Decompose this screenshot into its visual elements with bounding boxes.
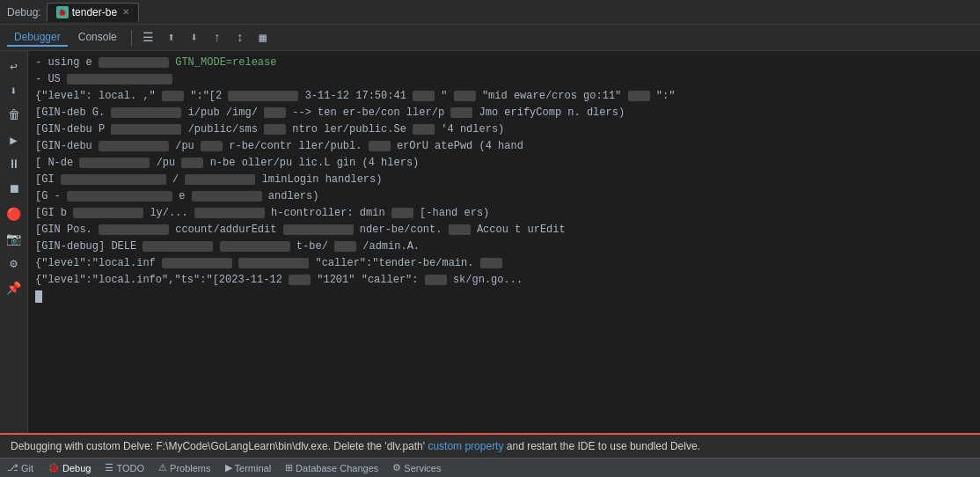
toolbar-frames-btn[interactable]: ▦ [253, 28, 273, 48]
sidebar-resume-icon[interactable]: ↩ [4, 55, 25, 77]
console-line: [G - e andlers) [35, 188, 973, 204]
sidebar-stop2-icon[interactable]: ⏹ [4, 179, 25, 200]
status-problems[interactable]: ⚠ Problems [158, 462, 210, 473]
todo-icon: ☰ [105, 462, 113, 473]
terminal-icon: ▶ [225, 462, 232, 473]
toolbar-menu-btn[interactable]: ☰ [139, 28, 158, 48]
console-line: {"level":"local.info","ts":"[2023-11-12 … [35, 272, 973, 288]
top-tab-bar: Debug: 🐞 tender-be ✕ [0, 0, 980, 25]
console-output[interactable]: - using e GTN_MODE=release - US {"level"… [28, 51, 980, 433]
console-tab[interactable]: Console [71, 29, 124, 47]
console-line: [GIN Pos. ccount/addurEdit nder-be/cont.… [35, 222, 973, 238]
toolbar-step-out-btn[interactable]: ↑ [208, 28, 227, 48]
sidebar-step-over-icon[interactable]: ⬇ [4, 80, 25, 101]
notification-link[interactable]: custom property [428, 440, 503, 452]
cursor [35, 290, 42, 303]
status-services-label: Services [404, 463, 441, 473]
debugger-tab[interactable]: Debugger [7, 29, 68, 47]
notification-text-before: Debugging with custom Delve: F:\MyCode\G… [11, 440, 425, 452]
tab-close-button[interactable]: ✕ [122, 7, 129, 17]
console-line: [GIN-debu /pu r-be/contr ller/publ. erOr… [35, 138, 973, 154]
console-line: [ N-de /pu n-be oller/pu lic.L gin (4 hl… [35, 155, 973, 171]
debug-status-icon: 🐞 [48, 462, 60, 473]
notification-text-after: and restart the IDE to use bundled Delve… [507, 440, 700, 452]
status-problems-label: Problems [170, 463, 210, 473]
status-debug[interactable]: 🐞 Debug [48, 462, 91, 473]
sidebar-stop-icon[interactable]: 🗑 [4, 105, 25, 126]
toolbar-resume-btn[interactable]: ↕ [230, 28, 250, 48]
database-icon: ⊞ [285, 462, 293, 473]
sidebar-pause-icon[interactable]: ⏸ [4, 154, 25, 175]
console-line: [GI / lminLogin handlers) [35, 172, 973, 187]
toolbar-separator [131, 30, 132, 46]
console-line: [GIN-deb G. i/pub /img/ --> ten er-be/co… [35, 105, 973, 121]
status-git-label: Git [21, 463, 33, 473]
console-line: [GI b ly/... h-controller: dmin [-hand e… [35, 205, 973, 221]
notification-bar: Debugging with custom Delve: F:\MyCode\G… [0, 433, 980, 458]
status-database-label: Database Changes [296, 463, 378, 473]
debug-label: Debug: [7, 6, 41, 18]
toolbar-step-over-btn[interactable]: ⬆ [162, 28, 181, 48]
sidebar-settings-icon[interactable]: ⚙ [4, 253, 25, 274]
status-debug-label: Debug [62, 463, 91, 473]
status-services[interactable]: ⚙ Services [392, 462, 441, 473]
toolbar-step-into-btn[interactable]: ⬇ [185, 28, 204, 48]
tab-icon: 🐞 [56, 6, 69, 18]
problems-icon: ⚠ [158, 462, 167, 473]
sidebar-pin-icon[interactable]: 📌 [4, 277, 25, 298]
debugger-toolbar: Debugger Console ☰ ⬆ ⬇ ↑ ↕ ▦ [0, 25, 980, 51]
sidebar-camera-icon[interactable]: 📷 [4, 228, 25, 249]
sidebar-breakpoint-icon[interactable]: 🔴 [4, 203, 25, 224]
status-todo[interactable]: ☰ TODO [105, 462, 144, 473]
console-line: - using e GTN_MODE=release [35, 55, 973, 70]
services-icon: ⚙ [392, 462, 401, 473]
console-line: [GIN-debu P /public/sms ntro ler/public.… [35, 121, 973, 137]
status-todo-label: TODO [116, 463, 144, 473]
status-terminal[interactable]: ▶ Terminal [225, 462, 272, 473]
console-input-line[interactable] [35, 290, 973, 303]
tab-label: tender-be [72, 6, 117, 18]
status-git[interactable]: ⎇ Git [7, 462, 33, 473]
console-line: {"level": local. ," ":"[2 3-11-12 17:50:… [35, 88, 973, 104]
active-tab[interactable]: 🐞 tender-be ✕ [47, 3, 139, 22]
console-line: - US [35, 71, 973, 87]
status-bar: ⎇ Git 🐞 Debug ☰ TODO ⚠ Problems ▶ Termin… [0, 458, 980, 477]
status-database-changes[interactable]: ⊞ Database Changes [285, 462, 378, 473]
main-area: ↩ ⬇ 🗑 ▶ ⏸ ⏹ 🔴 📷 ⚙ 📌 - using e GTN_MODE=r… [0, 51, 980, 433]
console-line: {"level":"local.inf "caller":"tender-be/… [35, 255, 973, 271]
sidebar-play-icon[interactable]: ▶ [4, 129, 25, 150]
left-sidebar: ↩ ⬇ 🗑 ▶ ⏸ ⏹ 🔴 📷 ⚙ 📌 [0, 51, 28, 433]
status-terminal-label: Terminal [235, 463, 272, 473]
console-line: [GIN-debug] DELE t-be/ /admin.A. [35, 238, 973, 254]
git-icon: ⎇ [7, 462, 18, 473]
